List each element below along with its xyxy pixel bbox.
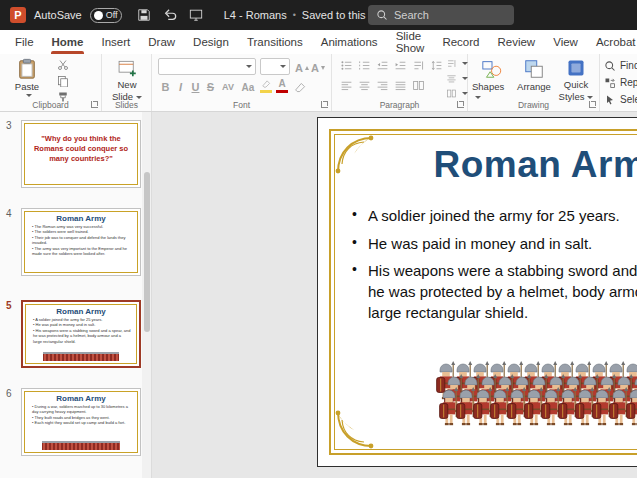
- separator-dot: •: [293, 10, 296, 20]
- align-left-icon: [340, 79, 353, 92]
- thumbnail-soldiers-image: [43, 352, 119, 361]
- bullet-dot: [352, 261, 368, 323]
- tab-view[interactable]: View: [544, 30, 587, 54]
- shapes-button[interactable]: Shapes: [472, 55, 512, 103]
- quick-styles-button[interactable]: Quick Styles: [556, 55, 596, 103]
- slide-thumbnail-3[interactable]: "Why do you think the Romans could conqu…: [21, 120, 141, 188]
- align-center-button[interactable]: [358, 79, 371, 92]
- justify-button[interactable]: [394, 79, 407, 92]
- new-slide-label-1: New: [117, 80, 136, 90]
- highlight-color-button[interactable]: [258, 79, 274, 93]
- paste-chevron-icon: [26, 94, 32, 97]
- quick-access-toolbar: [134, 5, 206, 25]
- bullet-text: He was paid in money and in salt.: [368, 234, 592, 255]
- numbering-button[interactable]: [358, 59, 371, 72]
- search-input[interactable]: Search: [368, 5, 514, 25]
- font-size-select[interactable]: [260, 58, 290, 75]
- text-direction-drop-icon: [446, 58, 457, 69]
- font-dialog-launcher[interactable]: [321, 101, 328, 108]
- bold-button[interactable]: B: [158, 79, 173, 95]
- tab-design[interactable]: Design: [184, 30, 238, 54]
- replace-button[interactable]: Replace: [604, 75, 637, 90]
- present-button[interactable]: [186, 5, 206, 25]
- slide-editing-canvas: Roman Army A soldier joined the army for…: [152, 112, 637, 478]
- thumbnail-line: Their job was to conquer and defend the …: [32, 235, 132, 246]
- cut-button[interactable]: [54, 58, 71, 72]
- thumbnail-soldiers-image: [42, 441, 120, 450]
- tab-draw[interactable]: Draw: [139, 30, 184, 54]
- grow-font-button[interactable]: A: [294, 60, 309, 76]
- increase-indent-button[interactable]: [394, 59, 407, 72]
- clipboard-dialog-launcher[interactable]: [91, 101, 98, 108]
- find-button[interactable]: Find: [604, 58, 637, 73]
- clear-formatting-button[interactable]: [294, 80, 307, 98]
- tab-animations[interactable]: Animations: [312, 30, 387, 54]
- change-case-button[interactable]: Aa: [238, 79, 258, 95]
- font-name-select[interactable]: [158, 58, 256, 75]
- text-direction-mini-button[interactable]: [412, 59, 425, 72]
- italic-button[interactable]: I: [173, 79, 188, 95]
- align-text-button[interactable]: [446, 73, 468, 84]
- clear-formatting-icon: [294, 81, 307, 94]
- thumbnail-4-title: Roman Army: [22, 214, 140, 223]
- decrease-indent-button[interactable]: [376, 59, 389, 72]
- slide-thumbnail-5-selected[interactable]: Roman Army A soldier joined the army for…: [21, 300, 141, 368]
- current-slide[interactable]: Roman Army A soldier joined the army for…: [317, 117, 637, 467]
- select-icon: [604, 94, 616, 106]
- strikethrough-button[interactable]: S: [203, 79, 218, 95]
- drawing-dialog-launcher[interactable]: [589, 101, 596, 108]
- paragraph-dialog-launcher[interactable]: [457, 101, 464, 108]
- text-direction-button[interactable]: [446, 58, 468, 69]
- tab-review[interactable]: Review: [488, 30, 544, 54]
- tab-home[interactable]: Home: [43, 30, 93, 54]
- columns-button[interactable]: [412, 79, 425, 92]
- ribbon-group-editing: Find Replace Select: [600, 54, 637, 111]
- thumbnail-number-6: 6: [6, 388, 12, 399]
- align-left-button[interactable]: [340, 79, 353, 92]
- tab-acrobat[interactable]: Acrobat: [587, 30, 637, 54]
- select-button[interactable]: Select: [604, 92, 637, 107]
- paste-button[interactable]: Paste: [8, 55, 46, 97]
- document-title: L4 - Romans: [224, 9, 287, 21]
- roman-soldiers-image[interactable]: [436, 361, 637, 433]
- smartart-button[interactable]: [446, 88, 468, 99]
- copy-button[interactable]: [54, 74, 71, 88]
- tab-slide-show[interactable]: Slide Show: [387, 30, 434, 54]
- arrange-button[interactable]: Arrange: [514, 55, 554, 92]
- underline-button[interactable]: U: [188, 79, 203, 95]
- shapes-chevron-icon: [475, 96, 481, 99]
- character-spacing-button[interactable]: AV: [218, 79, 238, 95]
- quick-styles-label-1: Quick: [564, 80, 588, 90]
- tab-record[interactable]: Record: [433, 30, 488, 54]
- bullet-text: A soldier joined the army for 25 years.: [368, 206, 620, 227]
- bullets-button[interactable]: [340, 59, 353, 72]
- tab-file[interactable]: File: [6, 30, 43, 54]
- slide-thumbnail-6[interactable]: Roman Army During a war, soldiers marche…: [21, 388, 141, 456]
- font-name-chevron-icon: [246, 65, 252, 68]
- autosave-toggle[interactable]: Off: [90, 8, 122, 23]
- undo-icon: [163, 8, 177, 22]
- slide-body-textbox[interactable]: A soldier joined the army for 25 years. …: [352, 206, 637, 323]
- shapes-icon: [481, 58, 503, 80]
- new-slide-button[interactable]: New Slide: [107, 55, 147, 103]
- ribbon-group-clipboard: Paste Clipboard: [0, 54, 102, 111]
- slide-thumbnail-4[interactable]: Roman Army The Roman army was very succe…: [21, 208, 141, 276]
- ribbon-group-drawing: Shapes Arrange Quick Styles Drawing: [468, 54, 600, 111]
- tab-insert[interactable]: Insert: [92, 30, 139, 54]
- highlight-pen-icon: [261, 79, 272, 89]
- line-spacing-button[interactable]: [430, 59, 443, 72]
- align-right-button[interactable]: [376, 79, 389, 92]
- thumbnail-number-4: 4: [6, 208, 12, 219]
- save-button[interactable]: [134, 5, 154, 25]
- thumbnail-6-body: During a war, soldiers marched up to 30 …: [22, 403, 140, 426]
- shrink-font-button[interactable]: A: [310, 60, 325, 76]
- tab-transitions[interactable]: Transitions: [238, 30, 312, 54]
- font-color-button[interactable]: A: [274, 79, 290, 93]
- highlight-color-bar: [260, 90, 272, 93]
- ribbon: Paste Clipboard New Slide Slides A A B I…: [0, 54, 637, 112]
- quick-styles-chevron-icon: [587, 96, 593, 99]
- thumbnail-scrollbar-thumb[interactable]: [144, 172, 150, 332]
- powerpoint-logo-icon: P: [10, 7, 26, 23]
- search-placeholder: Search: [394, 9, 429, 21]
- undo-button[interactable]: [160, 5, 180, 25]
